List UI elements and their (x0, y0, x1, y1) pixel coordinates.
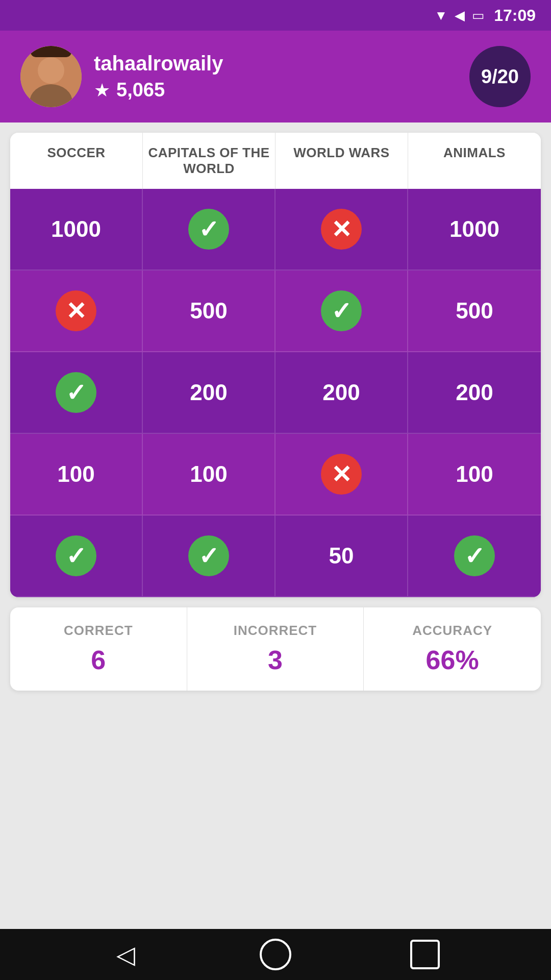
status-bar: ▼ ◀ ▭ 17:09 (0, 0, 551, 31)
grid-cell-r0-c1[interactable]: ✓ (143, 189, 276, 271)
grid-cell-r3-c3[interactable]: 100 (408, 434, 541, 516)
username: tahaalrowaily (94, 52, 223, 75)
avatar-image (20, 46, 82, 107)
nav-recent-button[interactable] (407, 937, 443, 972)
check-icon: ✓ (56, 372, 96, 413)
grid-cell-r4-c1[interactable]: ✓ (143, 516, 276, 597)
cell-value: 200 (322, 380, 360, 405)
check-icon: ✓ (56, 535, 96, 576)
user-info: tahaalrowaily ★ 5,065 (20, 46, 223, 107)
col-header-soccer: SOCCER (10, 133, 143, 189)
cell-value: 50 (329, 543, 354, 569)
back-icon: ◁ (116, 940, 135, 969)
user-details: tahaalrowaily ★ 5,065 (94, 52, 223, 101)
x-icon: ✕ (56, 290, 96, 331)
header: tahaalrowaily ★ 5,065 9/20 (0, 31, 551, 122)
nav-bar: ◁ (0, 929, 551, 980)
score-row: ★ 5,065 (94, 79, 223, 101)
check-icon: ✓ (321, 290, 362, 331)
cell-value: 500 (456, 298, 493, 324)
progress-badge: 9/20 (469, 46, 531, 107)
stat-incorrect-value: 3 (197, 645, 354, 675)
battery-icon: ▭ (472, 8, 485, 23)
col-header-worldwars: WORLD WARS (276, 133, 408, 189)
stat-correct-value: 6 (20, 645, 177, 675)
grid-cell-r3-c0[interactable]: 100 (10, 434, 143, 516)
check-icon: ✓ (188, 209, 229, 250)
x-icon: ✕ (321, 209, 362, 250)
avatar (20, 46, 82, 107)
signal-icon: ◀ (455, 8, 465, 23)
nav-back-button[interactable]: ◁ (108, 937, 144, 972)
grid-cell-r2-c3[interactable]: 200 (408, 352, 541, 434)
status-time: 17:09 (494, 6, 536, 25)
grid-cell-r0-c3[interactable]: 1000 (408, 189, 541, 271)
grid-header: SOCCER CAPITALS OF THE WORLD WORLD WARS … (10, 133, 541, 189)
main-content: SOCCER CAPITALS OF THE WORLD WORLD WARS … (0, 122, 551, 929)
grid-cell-r2-c2[interactable]: 200 (276, 352, 408, 434)
grid-cell-r4-c0[interactable]: ✓ (10, 516, 143, 597)
svg-point-1 (38, 57, 64, 84)
stat-correct-label: CORRECT (20, 623, 177, 639)
cell-value: 100 (456, 461, 493, 487)
grid-cell-r1-c2[interactable]: ✓ (276, 271, 408, 352)
grid-cell-r3-c2[interactable]: ✕ (276, 434, 408, 516)
cell-value: 200 (456, 380, 493, 405)
stat-accuracy: ACCURACY 66% (364, 607, 541, 691)
col-header-capitals: CAPITALS OF THE WORLD (143, 133, 276, 189)
grid-cell-r0-c0[interactable]: 1000 (10, 189, 143, 271)
grid-cell-r2-c0[interactable]: ✓ (10, 352, 143, 434)
nav-home-button[interactable] (258, 937, 293, 972)
grid-cell-r4-c2[interactable]: 50 (276, 516, 408, 597)
cell-value: 1000 (51, 216, 101, 242)
svg-rect-3 (31, 46, 71, 57)
cell-value: 1000 (449, 216, 499, 242)
cell-value: 500 (190, 298, 227, 324)
grid-cell-r0-c2[interactable]: ✕ (276, 189, 408, 271)
grid-cell-r3-c1[interactable]: 100 (143, 434, 276, 516)
quiz-card: SOCCER CAPITALS OF THE WORLD WORLD WARS … (10, 133, 541, 597)
stat-incorrect-label: INCORRECT (197, 623, 354, 639)
check-icon: ✓ (188, 535, 229, 576)
stats-card: CORRECT 6 INCORRECT 3 ACCURACY 66% (10, 607, 541, 691)
stat-accuracy-value: 66% (374, 645, 531, 675)
grid-cell-r1-c3[interactable]: 500 (408, 271, 541, 352)
x-icon: ✕ (321, 454, 362, 495)
stat-incorrect: INCORRECT 3 (187, 607, 364, 691)
stat-correct: CORRECT 6 (10, 607, 187, 691)
star-icon: ★ (94, 80, 110, 101)
check-icon: ✓ (454, 535, 495, 576)
home-icon (260, 939, 291, 970)
grid-cell-r1-c1[interactable]: 500 (143, 271, 276, 352)
recent-icon (410, 940, 440, 969)
grid-cell-r2-c1[interactable]: 200 (143, 352, 276, 434)
wifi-icon: ▼ (434, 8, 447, 23)
grid-cell-r4-c3[interactable]: ✓ (408, 516, 541, 597)
status-icons: ▼ ◀ ▭ (434, 8, 485, 23)
cell-value: 200 (190, 380, 227, 405)
score-value: 5,065 (116, 79, 165, 101)
cell-value: 100 (190, 461, 227, 487)
grid-body: 1000✓✕1000✕500✓500✓200200200100100✕100✓✓… (10, 189, 541, 597)
cell-value: 100 (57, 461, 94, 487)
col-header-animals: ANIMALS (408, 133, 541, 189)
stat-accuracy-label: ACCURACY (374, 623, 531, 639)
grid-cell-r1-c0[interactable]: ✕ (10, 271, 143, 352)
